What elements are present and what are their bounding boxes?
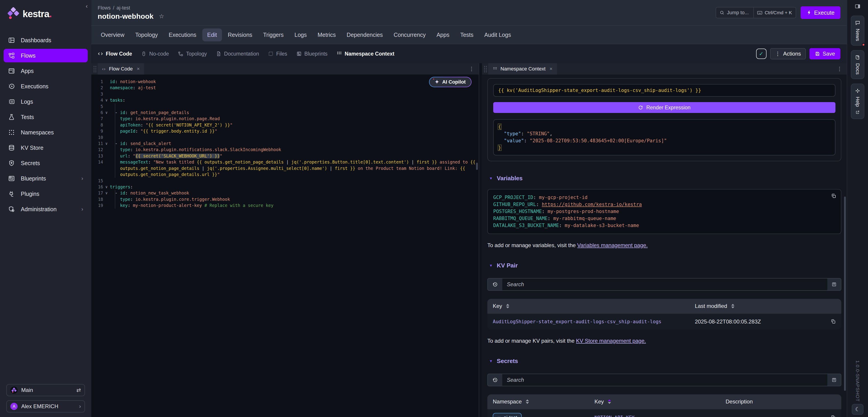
kv-section-header[interactable]: ▼ KV Pair	[489, 262, 839, 269]
fold-caret-empty	[103, 122, 110, 128]
render-expression-button[interactable]: Render Expression	[493, 102, 835, 113]
sidebar-item-tests[interactable]: Tests	[4, 110, 88, 124]
sidebar-item-dashboards[interactable]: Dashboards	[4, 33, 88, 47]
flow-code-tab[interactable]: ‹› Flow Code ×	[98, 63, 144, 74]
save-filter-icon[interactable]	[827, 279, 841, 290]
panel-menu-icon[interactable]: ⋮	[832, 66, 847, 72]
tab-dependencies[interactable]: Dependencies	[342, 29, 388, 41]
line-text: DATALAKE_S3_BUCKET_NAME: my-datalake-s3-…	[493, 222, 639, 229]
kv-store-management-link[interactable]: KV Store management page.	[576, 338, 646, 344]
sidebar-collapse-icon[interactable]: ‹	[86, 3, 88, 10]
theme-toggle-button[interactable]: ☾	[852, 404, 864, 415]
expression-input[interactable]: {{ kv('AuditLogShipper-state_export-audi…	[493, 84, 835, 97]
validation-check-button[interactable]: ✓	[756, 49, 767, 59]
drag-handle-icon[interactable]	[93, 65, 97, 72]
drag-handle-icon[interactable]	[484, 65, 487, 72]
variables-block: GCP_PROJECT_ID: my-gcp-project-idGITHUB_…	[487, 189, 841, 234]
tab-edit[interactable]: Edit	[202, 29, 222, 41]
sidebar-item-executions[interactable]: Executions	[4, 79, 88, 93]
tab-overview[interactable]: Overview	[96, 29, 129, 41]
history-icon[interactable]	[488, 279, 502, 290]
fold-caret-icon[interactable]: ∨	[103, 109, 110, 116]
execute-button[interactable]: Execute	[801, 6, 840, 19]
secrets-column-key[interactable]: Key	[589, 398, 720, 405]
namespace-context-tab[interactable]: Namespace Context ×	[488, 63, 557, 74]
fold-caret-icon[interactable]: ∨	[103, 97, 110, 103]
variables-management-link[interactable]: Variables management page.	[577, 242, 648, 248]
toolbar-item-documentation[interactable]: Documentation	[216, 51, 259, 57]
save-button[interactable]: Save	[809, 48, 840, 59]
tab-concurrency[interactable]: Concurrency	[389, 29, 431, 41]
toolbar-item-topology[interactable]: Topology	[178, 51, 207, 57]
sort-icon[interactable]	[526, 399, 529, 404]
secrets-column-namespace[interactable]: Namespace	[487, 398, 589, 405]
tab-revisions[interactable]: Revisions	[223, 29, 257, 41]
sort-icon[interactable]	[731, 304, 735, 308]
code-line: 14 messageText: "New task titled {{ outp…	[91, 159, 479, 165]
jump-to-search[interactable]: Jump to... Ctrl/Cmd + K	[716, 7, 796, 18]
kestra-logo[interactable]: kestra.	[7, 7, 85, 21]
namespace-scrollbar[interactable]	[844, 196, 846, 391]
dock-panel-icon[interactable]	[855, 3, 861, 11]
tab-triggers[interactable]: Triggers	[258, 29, 289, 41]
line-number: 17	[91, 190, 103, 196]
kv-column-last-modified[interactable]: Last modified	[689, 303, 825, 309]
panel-menu-icon[interactable]: ⋮	[464, 66, 479, 72]
tab-executions[interactable]: Executions	[164, 29, 201, 41]
copy-icon[interactable]	[825, 318, 841, 326]
namespace-badge[interactable]: aj-test	[493, 413, 522, 417]
tab-apps[interactable]: Apps	[432, 29, 454, 41]
rail-tab-news[interactable]: News	[851, 15, 864, 45]
tab-logs[interactable]: Logs	[289, 29, 312, 41]
code-line: 12 type: io.kestra.plugin.notifications.…	[91, 147, 479, 153]
panel-splitter[interactable]	[479, 63, 482, 417]
toolbar-item-blueprints[interactable]: Blueprints	[296, 51, 328, 57]
fold-caret-icon[interactable]: ∨	[103, 184, 110, 190]
close-icon[interactable]: ×	[550, 66, 553, 72]
tenant-selector[interactable]: Main ⇄	[6, 384, 85, 396]
variables-section-header[interactable]: ▼ Variables	[489, 175, 839, 182]
tab-topology[interactable]: Topology	[130, 29, 163, 41]
output-line: GITHUB_REPO_URL: https://github.com/kest…	[493, 201, 835, 208]
favorite-star-icon[interactable]: ☆	[159, 13, 164, 20]
sidebar-item-kv-store[interactable]: KV Store	[4, 141, 88, 155]
rail-tab-docs[interactable]: Docs	[851, 50, 864, 79]
sort-icon[interactable]	[506, 304, 509, 308]
secrets-section-header[interactable]: ▼ Secrets	[489, 358, 839, 364]
line-number: 13	[91, 153, 103, 159]
kv-search-input[interactable]	[502, 279, 827, 290]
sidebar-item-administration[interactable]: Administration›	[4, 202, 88, 216]
toolbar-item-namespace-context[interactable]: Namespace Context	[337, 51, 395, 57]
yaml-editor[interactable]: ✦ AI Copilot 1id: notion-webhook2namespa…	[91, 74, 479, 417]
expression-card: {{ kv('AuditLogShipper-state_export-audi…	[487, 78, 841, 161]
secrets-search-input[interactable]	[502, 374, 827, 386]
fold-caret-icon[interactable]: ∨	[103, 140, 110, 147]
sidebar-item-blueprints[interactable]: Blueprints›	[4, 172, 88, 185]
sidebar-item-apps[interactable]: Apps	[4, 64, 88, 78]
actions-button[interactable]: ⋮Actions	[770, 48, 806, 59]
sidebar-item-label: Blueprints	[21, 175, 46, 182]
tab-tests[interactable]: Tests	[455, 29, 478, 41]
save-filter-icon[interactable]	[827, 374, 841, 386]
sidebar-item-secrets[interactable]: Secrets	[4, 156, 88, 170]
tab-metrics[interactable]: Metrics	[313, 29, 341, 41]
history-icon[interactable]	[488, 374, 502, 386]
tab-audit-logs[interactable]: Audit Logs	[479, 29, 516, 41]
sidebar-item-logs[interactable]: Logs	[4, 95, 88, 108]
fold-caret-icon[interactable]: ∨	[103, 190, 110, 196]
toolbar-item-files[interactable]: Files	[268, 51, 287, 57]
toolbar-item-flow-code[interactable]: Flow Code	[98, 51, 132, 57]
breadcrumb[interactable]: Flows/aj-test	[98, 5, 164, 11]
line-text: apiToken: "{{ secret('NOTION_API_KEY_2')…	[110, 122, 232, 128]
sidebar-item-plugins[interactable]: Plugins	[4, 187, 88, 201]
copy-icon[interactable]	[825, 414, 841, 417]
toolbar-item-no-code[interactable]: No-code	[141, 51, 169, 57]
sort-icon[interactable]	[608, 399, 611, 404]
sidebar-item-namespaces[interactable]: Namespaces	[4, 126, 88, 139]
close-icon[interactable]: ×	[137, 66, 140, 72]
line-number	[91, 171, 103, 178]
kv-column-key[interactable]: Key	[487, 303, 689, 309]
rail-tab-help[interactable]: Help	[851, 84, 864, 119]
user-menu[interactable]: A Alex EMERICH ›	[6, 400, 85, 413]
sidebar-item-flows[interactable]: Flows	[4, 49, 88, 62]
